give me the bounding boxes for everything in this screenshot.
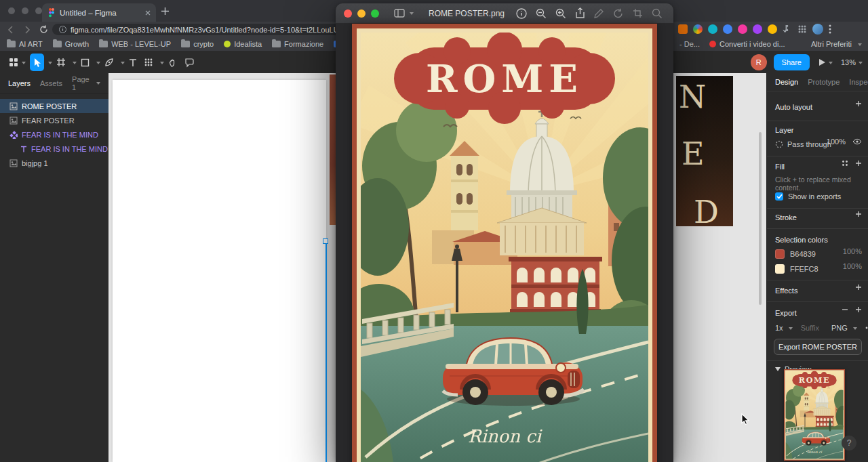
page-selector[interactable]: Page 1 <box>72 75 100 91</box>
export-scale[interactable]: 1x <box>775 324 783 332</box>
color-swatch[interactable] <box>775 249 785 259</box>
extension-icon[interactable] <box>723 24 732 34</box>
bookmark-item[interactable]: WEB - LEVEL-UP <box>99 40 171 48</box>
tab-layers[interactable]: Layers <box>8 79 31 87</box>
browser-tab[interactable]: Untitled – Figma <box>42 3 156 22</box>
color-hex[interactable]: B64839 <box>790 250 816 258</box>
layer-row-text[interactable]: FEAR IS IN THE MIND <box>0 142 108 156</box>
profile-avatar[interactable] <box>812 24 823 35</box>
site-info-icon[interactable] <box>59 26 66 33</box>
close-window-icon[interactable] <box>8 7 15 14</box>
frame-tool[interactable] <box>54 54 68 71</box>
layer-opacity-value[interactable]: 100% <box>827 138 846 146</box>
more-options-icon[interactable] <box>865 327 868 329</box>
chevron-down-icon[interactable] <box>73 62 77 66</box>
bookmark-item[interactable]: crypto <box>181 40 214 48</box>
shape-tool[interactable] <box>78 54 92 71</box>
bookmark-item[interactable]: Converti i video di... <box>709 40 785 48</box>
eye-icon[interactable] <box>852 138 862 145</box>
export-format[interactable]: PNG <box>831 324 848 332</box>
info-icon[interactable] <box>516 8 527 19</box>
extension-icon[interactable] <box>708 24 717 34</box>
maximize-window-icon[interactable] <box>371 9 379 18</box>
minimize-window-icon[interactable] <box>357 9 366 18</box>
search-icon[interactable] <box>652 8 663 19</box>
bookmark-item[interactable]: AI ART <box>7 40 43 48</box>
forward-icon[interactable] <box>23 26 33 34</box>
layer-row-rome-poster[interactable]: ROME POSTER <box>0 99 108 113</box>
show-in-exports-checkbox[interactable] <box>775 192 783 201</box>
sidebar-toggle[interactable] <box>394 9 414 18</box>
tab-prototype[interactable]: Prototype <box>808 78 840 86</box>
new-tab-icon[interactable] <box>161 7 169 15</box>
present-icon[interactable] <box>818 58 826 66</box>
browser-menu-icon[interactable] <box>829 24 831 34</box>
add-export-icon[interactable] <box>855 306 862 313</box>
comment-tool[interactable] <box>182 54 197 71</box>
chevron-down-icon[interactable] <box>121 62 125 66</box>
move-tool[interactable] <box>30 54 44 71</box>
export-button[interactable]: Export ROME POSTER <box>774 339 862 355</box>
extension-icon[interactable] <box>768 24 777 34</box>
reload-icon[interactable] <box>39 25 48 34</box>
preview-window[interactable]: ROME POSTER.png <box>336 3 673 462</box>
bookmark-item[interactable]: Growth <box>53 40 89 48</box>
fill-styles-icon[interactable] <box>842 160 848 167</box>
color-swatch[interactable] <box>775 264 785 274</box>
maximize-window-icon[interactable] <box>35 7 42 14</box>
add-fill-icon[interactable] <box>855 160 862 167</box>
selection-handle[interactable] <box>323 238 328 244</box>
share-button[interactable]: Share <box>774 54 810 70</box>
markup-icon[interactable] <box>594 8 604 18</box>
share-icon[interactable] <box>575 7 585 19</box>
zoom-out-icon[interactable] <box>536 8 547 19</box>
add-auto-layout-icon[interactable] <box>855 100 862 107</box>
back-icon[interactable] <box>7 26 16 34</box>
color-opacity[interactable]: 100% <box>843 247 862 255</box>
add-stroke-icon[interactable] <box>855 211 862 217</box>
add-effect-icon[interactable] <box>855 284 862 291</box>
pen-tool[interactable] <box>102 54 117 71</box>
bookmarks-overflow[interactable]: Altri Preferiti <box>811 40 862 48</box>
chevron-down-icon[interactable] <box>48 62 52 66</box>
zoom-in-icon[interactable] <box>555 8 566 19</box>
fear-poster-canvas[interactable]: N E D <box>676 76 733 226</box>
bookmark-item[interactable]: Formazione <box>272 40 323 48</box>
close-tab-icon[interactable] <box>145 10 151 16</box>
color-hex[interactable]: FFEFC8 <box>790 265 818 273</box>
extension-icon[interactable] <box>693 24 703 34</box>
close-window-icon[interactable] <box>344 9 352 18</box>
apps-grid-icon[interactable] <box>797 24 807 34</box>
collapse-triangle-icon[interactable] <box>775 367 781 371</box>
blend-mode-value[interactable]: Pass through <box>787 140 831 148</box>
extension-icon[interactable] <box>753 24 762 34</box>
bookmark-item[interactable]: - De... <box>679 40 700 48</box>
text-tool[interactable] <box>126 54 140 71</box>
resources-tool[interactable] <box>141 54 156 71</box>
chevron-down-icon[interactable] <box>160 62 164 66</box>
chevron-down-icon[interactable] <box>96 62 100 66</box>
minimize-window-icon[interactable] <box>22 7 28 14</box>
remove-export-icon[interactable] <box>842 306 848 313</box>
user-avatar[interactable]: R <box>751 54 767 70</box>
tab-assets[interactable]: Assets <box>40 79 62 87</box>
layer-row-bigjpg[interactable]: bigjpg 1 <box>0 156 108 170</box>
color-opacity[interactable]: 100% <box>843 262 862 270</box>
bookmark-item[interactable]: Idealista <box>224 40 262 48</box>
layer-row-component[interactable]: FEAR IS IN THE MIND <box>0 127 108 142</box>
canvas-scrollbar[interactable] <box>759 132 762 305</box>
help-button[interactable]: ? <box>842 436 856 450</box>
tab-inspect[interactable]: Inspect <box>849 78 868 86</box>
extension-icon[interactable] <box>678 24 688 34</box>
extensions-puzzle-icon[interactable] <box>783 24 792 34</box>
export-suffix-field[interactable]: Suffix <box>801 324 819 332</box>
hand-tool[interactable] <box>165 54 180 71</box>
preview-window-titlebar[interactable]: ROME POSTER.png <box>336 3 673 24</box>
zoom-level[interactable]: 13% <box>841 58 856 66</box>
rotate-icon[interactable] <box>613 8 624 18</box>
figma-main-menu[interactable] <box>5 54 28 71</box>
extension-icon[interactable] <box>738 24 747 34</box>
artboard[interactable] <box>113 80 326 462</box>
tab-design[interactable]: Design <box>775 78 798 86</box>
chevron-down-icon[interactable] <box>859 62 863 66</box>
